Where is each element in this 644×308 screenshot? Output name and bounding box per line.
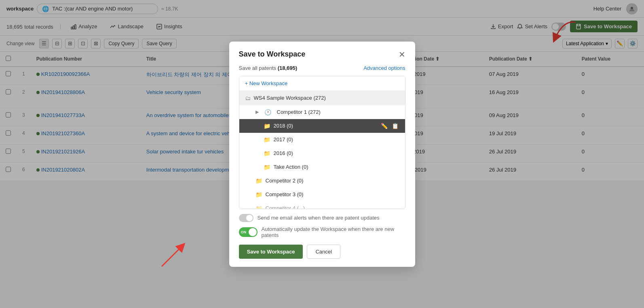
competitor2-item[interactable]: 📁 Competitor 2 (0) <box>239 174 405 181</box>
folder-2018-label: 2018 (0) <box>274 123 293 129</box>
modal-overlay: Save to Workspace ✕ Save all patents (18… <box>0 0 644 181</box>
workspace-name: WS4 Sample Workspace (272) <box>254 95 326 101</box>
modal-subtitle: Save all patents (18,695) Advanced optio… <box>239 65 405 71</box>
workspace-group-header[interactable]: 🗂 WS4 Sample Workspace (272) <box>239 91 405 105</box>
clock-icon: 🕐 <box>264 109 271 115</box>
competitor1-item[interactable]: ▶ 🕐 Competitor 1 (272) <box>239 105 405 119</box>
competitor1-label: Competitor 1 (272) <box>277 109 321 115</box>
folder-2017-label: 2017 (0) <box>274 136 293 142</box>
competitor2-label: Competitor 2 (0) <box>266 178 304 181</box>
folder-2016-item[interactable]: 📁 2016 (0) <box>239 147 405 160</box>
folder-icon-comp2: 📁 <box>255 178 262 181</box>
folder-2018-item[interactable]: 📁 2018 (0) ✏️ 📋 <box>239 119 405 133</box>
folder-icon-2016: 📁 <box>264 150 270 157</box>
edit-folder-btn[interactable]: ✏️ <box>380 123 389 129</box>
modal-subtitle-text: Save all patents (18,695) <box>239 65 298 71</box>
modal-close-btn[interactable]: ✕ <box>399 50 405 59</box>
folder-action-item[interactable]: 📁 Take Action (0) <box>239 160 405 174</box>
workspace-icon: 🗂 <box>245 95 251 101</box>
folder-2016-label: 2016 (0) <box>274 150 293 156</box>
folder-icon-2017: 📁 <box>264 136 270 143</box>
advanced-options-link[interactable]: Advanced options <box>363 65 405 71</box>
folder-2017-item[interactable]: 📁 2017 (0) <box>239 133 405 147</box>
modal-header: Save to Workspace ✕ <box>229 42 415 65</box>
save-workspace-modal: Save to Workspace ✕ Save all patents (18… <box>229 42 415 181</box>
workspace-list: + New Workspace 🗂 WS4 Sample Workspace (… <box>239 76 405 181</box>
folder-icon-action: 📁 <box>264 164 270 170</box>
modal-body: Save all patents (18,695) Advanced optio… <box>229 65 415 181</box>
folder-action-label: Take Action (0) <box>274 164 308 170</box>
folder-2018-actions: ✏️ 📋 <box>380 123 399 129</box>
move-folder-btn[interactable]: 📋 <box>391 123 399 129</box>
modal-title: Save to Workspace <box>239 50 306 59</box>
new-workspace-btn[interactable]: + New Workspace <box>239 76 405 91</box>
arrow-right-icon: ▶ <box>255 109 259 115</box>
folder-icon-2018: 📁 <box>264 123 270 129</box>
